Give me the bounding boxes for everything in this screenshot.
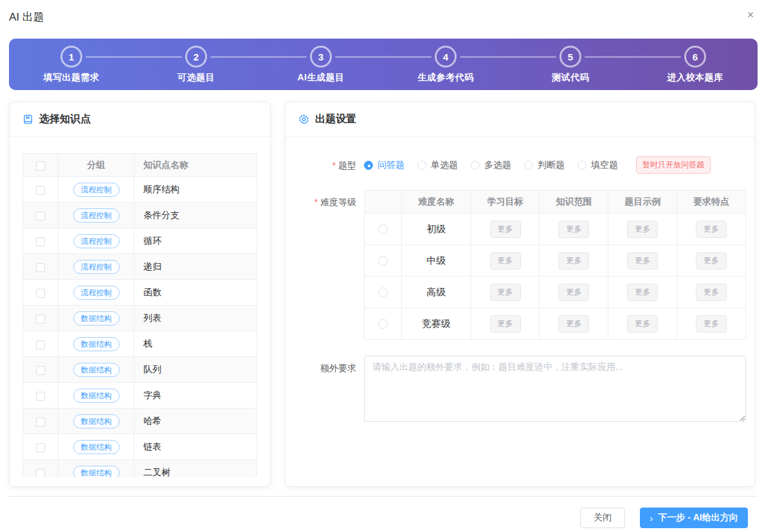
- knowledge-point-name: 顺序结构: [134, 177, 257, 203]
- step-3-number: 3: [310, 46, 332, 68]
- group-tag: 流程控制: [73, 208, 120, 223]
- next-step-button[interactable]: › 下一步 - AI给出方向: [640, 508, 748, 528]
- step-2-number: 2: [185, 46, 207, 68]
- more-button[interactable]: 更多: [627, 284, 658, 301]
- more-button[interactable]: 更多: [558, 221, 589, 238]
- group-tag: 流程控制: [73, 234, 120, 248]
- group-tag: 流程控制: [73, 260, 120, 274]
- select-all-checkbox[interactable]: [36, 161, 45, 170]
- knowledge-point-name: 队列: [134, 357, 257, 383]
- radio-fill-blank[interactable]: 填空题: [578, 160, 618, 171]
- more-button[interactable]: 更多: [490, 284, 521, 301]
- difficulty-radio[interactable]: [378, 288, 388, 297]
- row-checkbox[interactable]: [36, 392, 45, 401]
- row-checkbox[interactable]: [36, 443, 45, 452]
- radio-dot: [471, 161, 480, 170]
- step-4-label: 生成参考代码: [418, 72, 474, 84]
- difficulty-radio[interactable]: [378, 319, 388, 329]
- row-checkbox[interactable]: [36, 469, 45, 477]
- difficulty-header-feature: 要求特点: [677, 190, 746, 214]
- row-checkbox[interactable]: [36, 340, 45, 349]
- table-row: 流程控制 函数: [23, 280, 257, 306]
- more-button[interactable]: 更多: [627, 252, 658, 270]
- knowledge-point-name: 哈希: [134, 408, 257, 434]
- more-button[interactable]: 更多: [490, 252, 521, 270]
- knowledge-point-name: 栈: [134, 331, 257, 357]
- more-button[interactable]: 更多: [558, 284, 589, 301]
- more-button[interactable]: 更多: [696, 221, 727, 238]
- difficulty-label: 难度等级: [286, 196, 356, 208]
- radio-single-choice[interactable]: 单选题: [417, 160, 458, 171]
- chevron-right-icon: ›: [650, 513, 653, 523]
- table-row: 流程控制 顺序结构: [23, 177, 257, 203]
- radio-true-false-label: 判断题: [538, 160, 565, 171]
- more-button[interactable]: 更多: [627, 221, 658, 238]
- more-button[interactable]: 更多: [696, 284, 727, 301]
- more-button[interactable]: 更多: [558, 252, 589, 270]
- more-button[interactable]: 更多: [696, 252, 727, 270]
- stepper: 1 填写出题需求 2 可选题目 3 AI生成题目 4 生成参考代码 5 测试代码…: [9, 39, 758, 90]
- more-button[interactable]: 更多: [490, 315, 521, 333]
- difficulty-table: 难度名称 学习目标 知识范围 题目示例 要求特点 初级 更多 更多 更多 更多: [364, 190, 746, 340]
- table-row: 数据结构 链表: [23, 434, 257, 460]
- step-6-number: 6: [684, 46, 706, 68]
- knowledge-point-name: 循环: [134, 228, 257, 254]
- radio-fill-blank-label: 填空题: [591, 160, 618, 171]
- radio-dot: [524, 161, 533, 170]
- settings-panel-header: 出题设置: [286, 102, 754, 137]
- group-tag: 数据结构: [73, 466, 120, 478]
- table-row: 数据结构 字典: [23, 383, 257, 408]
- table-row: 流程控制 递归: [23, 254, 257, 280]
- table-row: 数据结构 哈希: [23, 408, 257, 434]
- row-checkbox[interactable]: [36, 212, 45, 221]
- difficulty-header-row: 难度名称 学习目标 知识范围 题目示例 要求特点: [365, 190, 746, 214]
- difficulty-row-intermediate: 中级 更多 更多 更多 更多: [365, 245, 746, 277]
- difficulty-header-name: 难度名称: [401, 190, 471, 214]
- row-checkbox[interactable]: [36, 186, 45, 195]
- difficulty-header-example: 题目示例: [608, 190, 677, 214]
- next-step-button-label: 下一步 - AI给出方向: [658, 512, 738, 524]
- step-1-number: 1: [60, 46, 82, 68]
- knowledge-table: 分组 知识点名称 流程控制 顺序结构 流程控制 条件分支 流程控制: [23, 153, 257, 477]
- difficulty-radio[interactable]: [378, 256, 388, 266]
- difficulty-name: 竞赛级: [401, 308, 471, 340]
- table-row: 数据结构 栈: [23, 331, 257, 357]
- step-5-number: 5: [559, 46, 581, 68]
- row-checkbox[interactable]: [36, 263, 45, 272]
- group-tag: 数据结构: [73, 311, 120, 326]
- row-checkbox[interactable]: [36, 417, 45, 427]
- difficulty-name: 中级: [401, 245, 471, 277]
- group-tag: 流程控制: [73, 183, 120, 197]
- step-2: 2 可选题目: [134, 39, 259, 90]
- group-tag: 数据结构: [73, 414, 120, 428]
- name-column-header: 知识点名称: [134, 154, 257, 177]
- table-row: 数据结构 队列: [23, 357, 257, 383]
- more-button[interactable]: 更多: [558, 315, 589, 333]
- question-type-row: 题型 问答题 单选题 多选题 判断题: [286, 156, 754, 174]
- radio-qa[interactable]: 问答题: [364, 160, 405, 171]
- close-icon[interactable]: ×: [743, 8, 758, 22]
- difficulty-radio[interactable]: [378, 225, 388, 234]
- row-checkbox[interactable]: [36, 366, 45, 375]
- status-badge: 暂时只开放问答题: [636, 156, 711, 174]
- radio-true-false[interactable]: 判断题: [524, 160, 565, 171]
- close-button[interactable]: 关闭: [580, 508, 625, 528]
- row-checkbox[interactable]: [36, 289, 45, 298]
- more-button[interactable]: 更多: [627, 315, 658, 333]
- step-5-label: 测试代码: [552, 72, 589, 84]
- knowledge-panel-header: 选择知识点: [10, 102, 270, 137]
- page-title: AI 出题: [9, 10, 44, 24]
- table-row: 数据结构 列表: [23, 306, 257, 331]
- more-button[interactable]: 更多: [490, 221, 521, 238]
- more-button[interactable]: 更多: [696, 315, 727, 333]
- step-6-label: 进入校本题库: [668, 72, 723, 84]
- step-4: 4 生成参考代码: [383, 39, 508, 90]
- step-2-label: 可选题目: [177, 72, 215, 84]
- group-tag: 流程控制: [73, 286, 120, 300]
- difficulty-name: 高级: [401, 277, 471, 308]
- radio-multi-choice[interactable]: 多选题: [471, 160, 511, 171]
- step-1: 1 填写出题需求: [9, 39, 134, 90]
- row-checkbox[interactable]: [36, 237, 45, 246]
- extra-requirements-input[interactable]: [364, 356, 746, 422]
- row-checkbox[interactable]: [36, 315, 45, 324]
